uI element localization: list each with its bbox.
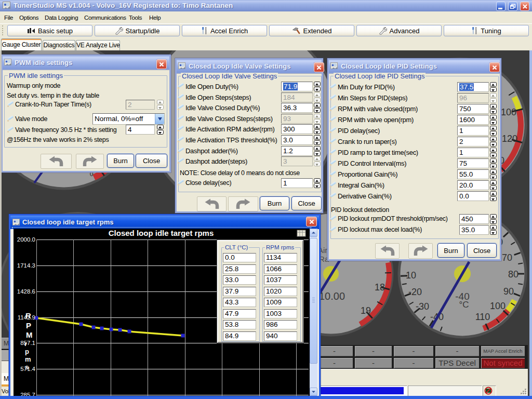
svg-text:P: P [26,321,31,330]
svg-text:2000.0: 2000.0 [17,236,35,243]
svg-text:°C: °C [459,300,469,310]
svg-text:p: p [25,348,29,355]
svg-text:80: 80 [508,269,518,280]
svg-text:-30: -30 [416,301,429,312]
svg-text:100: 100 [490,301,506,311]
svg-text:m: m [25,355,31,363]
svg-text:18: 18 [375,282,385,292]
svg-text:19: 19 [361,305,371,316]
svg-text:120: 120 [502,134,517,144]
svg-text:-10: -10 [403,270,416,281]
svg-text:-20: -20 [408,287,422,297]
svg-text:90: 90 [503,286,514,297]
svg-text:Closed loop idle target rpms: Closed loop idle target rpms [109,229,214,237]
svg-text:857.1: 857.1 [20,340,35,346]
svg-text:M: M [26,330,33,339]
svg-text:70: 70 [502,252,512,263]
svg-text:r: r [24,340,27,348]
svg-text:1714.3: 1714.3 [17,262,35,269]
svg-text:1428.6: 1428.6 [17,288,35,295]
svg-text:10.00: 10.00 [319,290,345,302]
svg-text:110: 110 [475,312,490,322]
svg-text:100: 100 [501,107,516,117]
svg-text:s: s [25,363,29,371]
svg-text:R: R [25,311,31,320]
